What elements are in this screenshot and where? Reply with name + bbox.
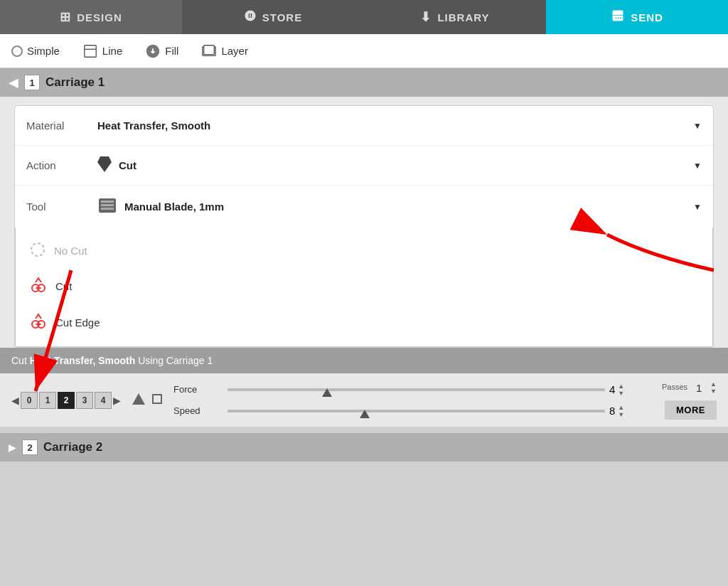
layer-icon [201, 43, 217, 59]
force-value: 4 [609, 383, 615, 395]
passes-value: 1 [692, 382, 706, 394]
more-button[interactable]: MORE [665, 400, 717, 420]
svg-point-8 [31, 243, 44, 256]
action-dropdown-arrow[interactable]: ▼ [693, 161, 702, 171]
force-slider[interactable] [228, 383, 605, 397]
carriage1-number: 1 [24, 75, 40, 90]
carriage1-collapse-arrow[interactable]: ◀ [9, 75, 18, 90]
cut-edge-icon [30, 313, 47, 332]
nav-store[interactable]: STORE [182, 0, 364, 34]
summary-bar: Cut Heat Transfer, Smooth Using Carriage… [0, 348, 728, 373]
no-cut-icon [30, 242, 46, 260]
svg-rect-5 [101, 201, 114, 203]
send-icon [611, 9, 625, 26]
carriage2-header: ▶ 2 Carriage 2 [0, 433, 728, 462]
blade-icon [97, 196, 117, 218]
speed-value: 8 [609, 405, 615, 417]
step-2[interactable]: 2 [58, 392, 75, 409]
tool-value-container: Manual Blade, 1mm ▼ [97, 196, 702, 218]
mode-bar: Simple Line Fill Layer [0, 34, 728, 68]
svg-rect-6 [101, 204, 114, 206]
controls-row: ◀ 0 1 2 3 4 ▶ Force 4 ▲▼ Speed 8 [0, 373, 728, 427]
passes-container: Passes 1 ▲▼ [662, 380, 717, 395]
speed-label: Speed [173, 405, 223, 416]
nav-design[interactable]: ⊞ DESIGN [0, 0, 182, 34]
action-value-container: Cut ▼ [97, 156, 702, 174]
settings-panel: Material Heat Transfer, Smooth ▼ Action … [14, 105, 714, 348]
carriage1-header: ◀ 1 Carriage 1 [0, 68, 728, 97]
action-label: Action [26, 159, 97, 171]
passes-label: Passes [662, 383, 687, 392]
summary-material: Heat Transfer, Smooth [30, 355, 136, 366]
nav-send[interactable]: SEND [546, 0, 728, 34]
force-label: Force [173, 384, 223, 395]
nav-library[interactable]: ⬇ LIBRARY [364, 0, 546, 34]
step-0[interactable]: 0 [21, 392, 38, 409]
action-dropdown-menu: No Cut Cut [15, 228, 713, 347]
design-icon: ⊞ [60, 9, 71, 25]
dropdown-no-cut[interactable]: No Cut [16, 233, 712, 268]
tool-label: Tool [26, 201, 97, 213]
step-1[interactable]: 1 [39, 392, 56, 409]
cut-action-icon [97, 156, 112, 174]
force-arrows[interactable]: ▲▼ [618, 383, 624, 397]
summary-text-post: Using Carriage 1 [135, 355, 213, 366]
step-next-arrow[interactable]: ▶ [113, 395, 121, 406]
tool-dropdown-arrow[interactable]: ▼ [693, 202, 702, 212]
material-row: Material Heat Transfer, Smooth ▼ [15, 106, 713, 146]
step-indicators: ◀ 0 1 2 3 4 ▶ [11, 392, 121, 409]
fill-icon [145, 43, 161, 59]
dropdown-cut-edge[interactable]: Cut Edge [16, 304, 712, 341]
svg-rect-0 [85, 45, 97, 57]
library-icon: ⬇ [420, 9, 432, 25]
step-4[interactable]: 4 [95, 392, 112, 409]
control-icons [132, 393, 162, 407]
dropdown-cut[interactable]: Cut [16, 268, 712, 304]
step-3[interactable]: 3 [76, 392, 93, 409]
action-value: Cut [119, 159, 136, 171]
speed-arrows[interactable]: ▲▼ [618, 404, 624, 418]
store-icon [244, 9, 257, 26]
square-icon [152, 394, 162, 407]
material-label: Material [26, 119, 97, 132]
summary-text-pre: Cut [11, 355, 30, 366]
carriage1-title: Carriage 1 [46, 75, 105, 90]
tool-row: Tool Manual Blade, 1mm ▼ [15, 186, 713, 228]
svg-rect-7 [101, 208, 114, 210]
material-value: Heat Transfer, Smooth [97, 119, 210, 132]
passes-arrows[interactable]: ▲▼ [710, 380, 717, 395]
speed-slider[interactable] [228, 404, 605, 418]
mode-fill[interactable]: Fill [145, 43, 178, 59]
top-navigation: ⊞ DESIGN STORE ⬇ LIBRARY SEND [0, 0, 728, 34]
tool-value: Manual Blade, 1mm [124, 201, 224, 213]
material-value-container: Heat Transfer, Smooth ▼ [97, 119, 702, 132]
triangle-icon [132, 393, 145, 407]
carriage2-title: Carriage 2 [43, 440, 102, 454]
svg-rect-3 [204, 45, 215, 54]
main-content: Material Heat Transfer, Smooth ▼ Action … [0, 97, 728, 348]
speed-value-container: 8 ▲▼ [609, 404, 645, 418]
carriage2-expand-arrow[interactable]: ▶ [9, 442, 16, 453]
action-row: Action Cut ▼ [15, 146, 713, 186]
material-dropdown-arrow[interactable]: ▼ [693, 121, 702, 131]
cut-icon [30, 277, 47, 296]
carriage2-number: 2 [22, 440, 38, 455]
mode-layer[interactable]: Layer [201, 43, 248, 59]
force-value-container: 4 ▲▼ [609, 383, 645, 397]
mode-simple[interactable]: Simple [11, 45, 60, 57]
step-prev-arrow[interactable]: ◀ [11, 395, 19, 406]
mode-line[interactable]: Line [82, 43, 122, 59]
simple-radio[interactable] [11, 46, 23, 57]
line-icon [82, 43, 98, 59]
